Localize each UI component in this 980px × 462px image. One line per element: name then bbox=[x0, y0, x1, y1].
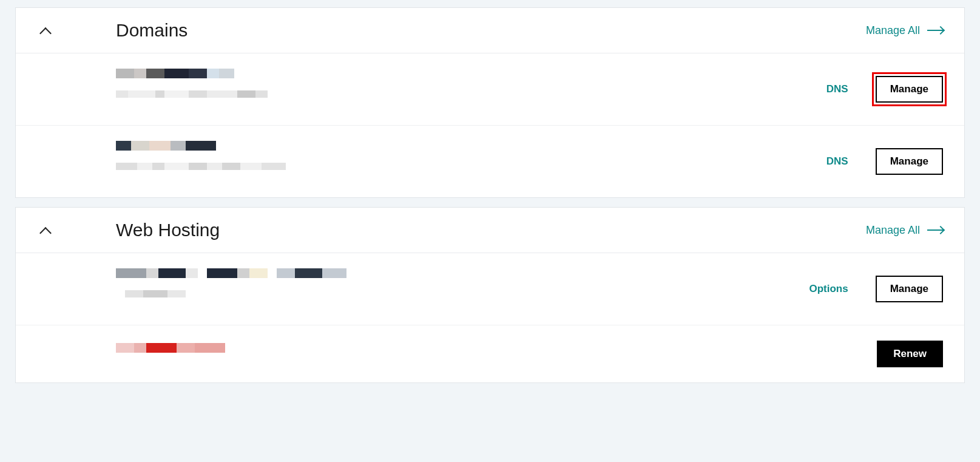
manage-all-label: Manage All bbox=[866, 224, 920, 237]
redacted-hosting-meta bbox=[116, 290, 809, 297]
dns-link[interactable]: DNS bbox=[826, 83, 848, 95]
redacted-domain-name bbox=[116, 141, 826, 151]
hosting-info bbox=[116, 343, 877, 365]
dns-link[interactable]: DNS bbox=[826, 155, 848, 168]
domain-actions: DNS Manage bbox=[826, 148, 943, 175]
options-link[interactable]: Options bbox=[809, 283, 848, 295]
chevron-up-icon bbox=[40, 227, 50, 233]
domain-info bbox=[116, 141, 826, 182]
arrow-right-icon bbox=[927, 30, 943, 31]
redacted-domain-name bbox=[116, 69, 826, 78]
arrow-right-icon bbox=[927, 229, 943, 231]
chevron-up-icon bbox=[40, 27, 50, 33]
redacted-domain-meta bbox=[116, 163, 826, 170]
collapse-domains-toggle[interactable] bbox=[37, 27, 67, 33]
hosting-row: Renew bbox=[16, 325, 964, 382]
manage-hosting-button[interactable]: Manage bbox=[876, 276, 943, 302]
hosting-row: Options Manage bbox=[16, 253, 964, 325]
web-hosting-title: Web Hosting bbox=[116, 220, 866, 240]
domains-panel-header: Domains Manage All bbox=[16, 8, 964, 53]
manage-all-hosting-link[interactable]: Manage All bbox=[866, 224, 943, 237]
manage-domain-button[interactable]: Manage bbox=[876, 76, 943, 103]
domains-title: Domains bbox=[116, 20, 866, 41]
hosting-actions: Renew bbox=[877, 341, 943, 367]
renew-hosting-button[interactable]: Renew bbox=[877, 341, 943, 367]
redacted-hosting-alert bbox=[116, 343, 877, 353]
redacted-domain-meta bbox=[116, 90, 826, 98]
manage-all-label: Manage All bbox=[866, 24, 920, 37]
domain-actions: DNS Manage bbox=[826, 76, 943, 103]
web-hosting-panel: Web Hosting Manage All Options Manage bbox=[15, 207, 965, 383]
hosting-actions: Options Manage bbox=[809, 276, 943, 302]
web-hosting-panel-header: Web Hosting Manage All bbox=[16, 208, 964, 253]
hosting-info bbox=[116, 268, 809, 310]
domains-panel: Domains Manage All DNS Manage bbox=[15, 7, 965, 198]
redacted-hosting-name bbox=[116, 268, 809, 278]
domain-info bbox=[116, 69, 826, 110]
domain-row: DNS Manage bbox=[16, 53, 964, 126]
collapse-hosting-toggle[interactable] bbox=[37, 227, 67, 233]
manage-domain-button[interactable]: Manage bbox=[876, 148, 943, 175]
manage-all-domains-link[interactable]: Manage All bbox=[866, 24, 943, 37]
domain-row: DNS Manage bbox=[16, 126, 964, 197]
